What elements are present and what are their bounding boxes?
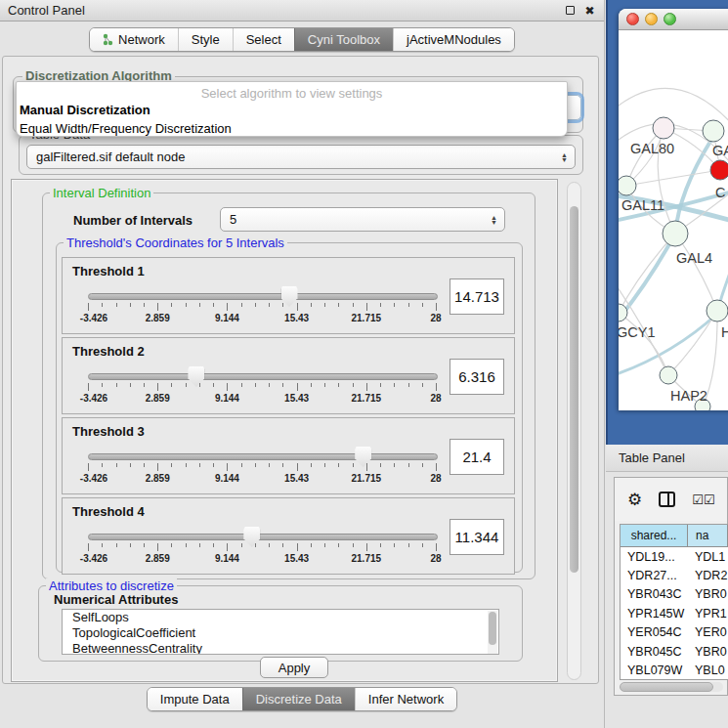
table-row[interactable]: YDR27...YDR2 — [621, 566, 728, 584]
slider-tick-label: 15.43 — [284, 553, 309, 564]
tab-cyni-toolbox[interactable]: Cyni Toolbox — [294, 28, 393, 51]
table-row[interactable]: YPR145WYPR1 — [621, 604, 728, 622]
slider-tick-label: 15.43 — [284, 473, 309, 484]
float-window-icon[interactable] — [564, 4, 577, 17]
threshold-value-field[interactable]: 21.4 — [450, 439, 504, 475]
slider-tick — [338, 303, 339, 307]
table-row[interactable]: YBR045CYBR0 — [621, 642, 728, 661]
gear-icon[interactable]: ⚙ — [627, 490, 642, 510]
network-node[interactable] — [653, 117, 674, 139]
slider-tick — [366, 303, 367, 311]
slider-tick — [338, 463, 339, 467]
settings-scrollbar[interactable] — [567, 182, 581, 680]
network-node[interactable] — [710, 160, 728, 180]
algorithm-option[interactable]: Manual Discretization — [17, 101, 567, 119]
threshold-value-field[interactable]: 14.713 — [450, 278, 504, 315]
number-of-intervals-combobox[interactable]: 5 ▲▼ — [220, 207, 505, 232]
slider-tick — [311, 463, 312, 467]
slider-tick — [171, 463, 172, 467]
attribute-list-item[interactable]: TopologicalCoefficient — [63, 625, 498, 641]
table-cell[interactable]: YPR1 — [688, 604, 728, 622]
threshold-panel: Threshold 1-3.4262.8599.14415.4321.71528… — [62, 257, 515, 334]
network-canvas[interactable]: GAL80GACGAL11GAL4GCY1HHAP2 — [619, 30, 728, 410]
table-column-header[interactable]: shared... — [621, 525, 688, 547]
slider-tick — [88, 543, 89, 551]
tab-infer-network[interactable]: Infer Network — [355, 688, 456, 710]
threshold-value-field[interactable]: 11.344 — [450, 519, 504, 555]
slider-track[interactable] — [88, 453, 438, 460]
zoom-traffic-light-icon[interactable] — [664, 13, 676, 25]
slider-tick — [394, 463, 395, 467]
number-of-intervals-value: 5 — [230, 212, 236, 227]
table-hscrollbar[interactable] — [620, 682, 723, 692]
slider-tick-label: 2.859 — [146, 473, 170, 484]
attribute-list-item[interactable]: BetweennessCentrality — [63, 641, 498, 655]
table-row[interactable]: YBR043CYBR0 — [621, 585, 728, 604]
table-cell[interactable]: YDR27... — [621, 566, 688, 584]
network-node[interactable] — [707, 300, 728, 321]
slider-tick — [436, 383, 437, 391]
table-cell[interactable]: YBR0 — [688, 642, 728, 661]
table-cell[interactable]: YBR0 — [688, 585, 728, 604]
tab-label: Discretize Data — [256, 692, 342, 707]
tab-discretize-data[interactable]: Discretize Data — [242, 688, 355, 710]
table-column-header[interactable]: na — [688, 525, 728, 547]
thresholds-title: Threshold's Coordinates for 5 Intervals — [64, 236, 287, 250]
algorithm-option[interactable]: Equal Width/Frequency Discretization — [17, 119, 567, 138]
table-cell[interactable]: YBR045C — [621, 642, 688, 661]
network-node[interactable] — [619, 176, 636, 195]
network-view-window: GAL80GACGAL11GAL4GCY1HHAP2 — [619, 9, 728, 410]
slider-tick-label: 9.144 — [215, 553, 239, 564]
table-row[interactable]: YER054CYER0 — [621, 623, 728, 642]
slider-track[interactable] — [88, 534, 438, 540]
attribute-list-item[interactable]: SelfLoops — [63, 610, 498, 625]
table-cell[interactable]: YDL19... — [621, 547, 688, 566]
slider-tick — [311, 383, 312, 387]
close-icon[interactable]: ✖ — [583, 4, 596, 17]
network-node-label: HAP2 — [670, 388, 707, 404]
threshold-panel: Threshold 3-3.4262.8599.14415.4321.71528… — [62, 417, 515, 494]
numerical-attributes-list[interactable]: SelfLoopsTopologicalCoefficientBetweenne… — [62, 609, 499, 655]
network-node[interactable] — [663, 221, 688, 246]
network-node-label: GAL80 — [630, 141, 674, 156]
slider-tick — [144, 463, 145, 467]
slider-tick — [394, 383, 395, 387]
minimize-traffic-light-icon[interactable] — [645, 13, 658, 25]
tab-network[interactable]: Network — [90, 28, 178, 51]
network-node[interactable] — [703, 120, 724, 142]
close-traffic-light-icon[interactable] — [626, 13, 639, 25]
table-cell[interactable]: YBL079W — [621, 661, 688, 679]
network-node[interactable] — [660, 366, 677, 384]
slider-tick — [171, 383, 172, 387]
table-data-combobox[interactable]: galFiltered.sif default node ▲▼ — [26, 145, 576, 169]
table-row[interactable]: YBL079WYBL0 — [621, 661, 728, 679]
slider-tick — [353, 463, 354, 467]
tab-jactivemnodules[interactable]: jActiveMNodules — [393, 28, 514, 51]
slider-tick — [171, 543, 172, 547]
slider-tick-label: 21.715 — [352, 313, 382, 323]
table-cell[interactable]: YPR145W — [621, 604, 688, 622]
slider-track[interactable] — [88, 293, 438, 300]
table-cell[interactable]: YDL1 — [688, 547, 728, 566]
checkboxes-icon[interactable]: ☑☑ — [692, 492, 714, 507]
table-cell[interactable]: YBR043C — [621, 585, 688, 604]
slider-tick — [366, 463, 367, 471]
slider-track[interactable] — [88, 373, 438, 380]
tab-style[interactable]: Style — [178, 28, 233, 51]
table-cell[interactable]: YER0 — [688, 623, 728, 642]
threshold-value-field[interactable]: 6.316 — [450, 359, 504, 395]
table-cell[interactable]: YBL0 — [688, 661, 728, 679]
table-cell[interactable]: YDR2 — [688, 566, 728, 584]
table-row[interactable]: YDL19...YDL1 — [621, 547, 728, 566]
split-columns-icon[interactable] — [659, 492, 675, 507]
slider-tick — [269, 383, 270, 387]
slider-tick — [130, 543, 131, 547]
table-cell[interactable]: YER054C — [621, 623, 688, 642]
network-icon — [103, 33, 113, 46]
apply-button[interactable]: Apply — [260, 657, 328, 678]
tab-impute-data[interactable]: Impute Data — [148, 688, 242, 710]
tab-select[interactable]: Select — [233, 28, 294, 51]
slider-tick — [422, 303, 423, 307]
attributes-scrollbar[interactable] — [488, 611, 497, 654]
slider-tick — [269, 303, 270, 307]
